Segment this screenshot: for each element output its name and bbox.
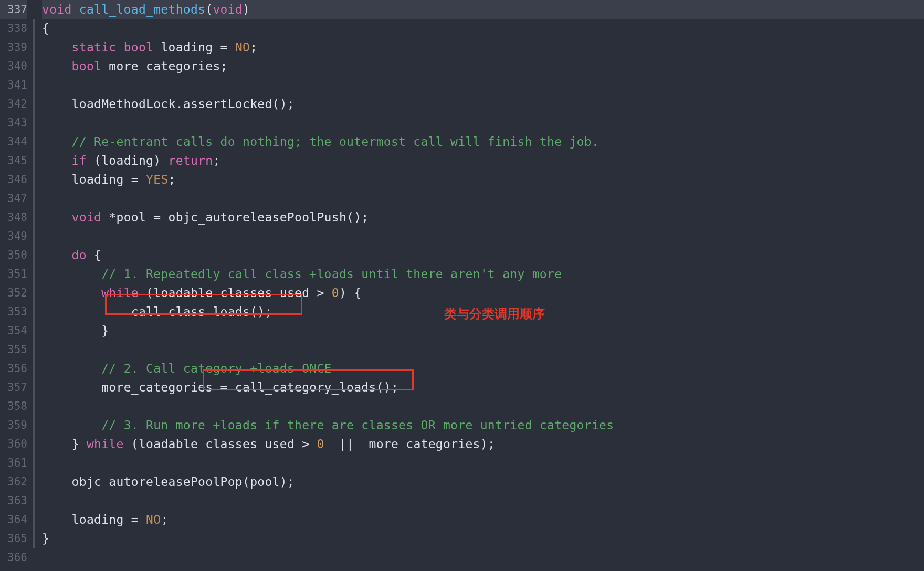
line-number: 343 (0, 113, 27, 132)
code-line[interactable]: loading = YES; (42, 170, 924, 189)
code-line[interactable]: bool more_categories; (42, 57, 924, 76)
line-number: 337 (0, 0, 27, 19)
line-number: 344 (0, 132, 27, 151)
code-line[interactable] (42, 189, 924, 208)
line-number: 345 (0, 151, 27, 170)
code-line[interactable] (42, 227, 924, 246)
code-line[interactable] (42, 397, 924, 416)
code-line[interactable]: // 2. Call category +loads ONCE (42, 359, 924, 378)
constant-token: YES (146, 173, 168, 186)
call-token: call_class_loads(); (131, 305, 272, 319)
keyword-token: void (213, 3, 243, 16)
statement-token: loadMethodLock.assertLocked(); (72, 97, 295, 111)
line-number: 363 (0, 491, 27, 510)
line-number: 364 (0, 510, 27, 529)
code-line[interactable]: objc_autoreleasePoolPop(pool); (42, 472, 924, 491)
code-line[interactable]: do { (42, 246, 924, 265)
code-line[interactable]: loading = NO; (42, 510, 924, 529)
code-editor[interactable]: 3373383393403413423433443453463473483493… (0, 0, 924, 571)
function-name-token: call_load_methods (72, 3, 206, 16)
code-line[interactable]: void *pool = objc_autoreleasePoolPush(); (42, 208, 924, 227)
line-number: 341 (0, 76, 27, 94)
line-number: 360 (0, 435, 27, 453)
keyword-token: while (87, 437, 124, 451)
code-area[interactable]: void call_load_methods(void) { static bo… (32, 0, 924, 571)
punct-token: ( (205, 3, 213, 16)
code-line[interactable]: void call_load_methods(void) (42, 0, 924, 19)
code-line[interactable]: } (42, 529, 924, 548)
code-line[interactable]: // 3. Run more +loads if there are class… (42, 416, 924, 435)
code-line[interactable]: { (42, 19, 924, 38)
line-number: 357 (0, 378, 27, 397)
line-number-gutter: 3373383393403413423433443453463473483493… (0, 0, 32, 571)
code-line[interactable]: loadMethodLock.assertLocked(); (42, 94, 924, 113)
code-line[interactable] (42, 548, 924, 567)
code-line[interactable]: while (loadable_classes_used > 0) { (42, 283, 924, 302)
operator-token: = (220, 40, 228, 54)
keyword-token: bool (72, 59, 102, 73)
comment-token: // Re-entrant calls do nothing; the oute… (72, 135, 599, 149)
brace-token: { (42, 22, 49, 35)
code-line[interactable] (42, 491, 924, 510)
line-number: 348 (0, 208, 27, 227)
line-number: 338 (0, 19, 27, 38)
keyword-token: bool (124, 40, 154, 54)
code-line[interactable]: // Re-entrant calls do nothing; the oute… (42, 132, 924, 151)
line-number: 366 (0, 548, 27, 567)
line-number: 356 (0, 359, 27, 378)
line-number: 349 (0, 227, 27, 246)
line-number: 359 (0, 416, 27, 435)
keyword-token: static (72, 40, 117, 54)
line-number: 361 (0, 453, 27, 472)
constant-token: NO (235, 40, 250, 54)
code-line[interactable]: more_categories = call_category_loads(); (42, 378, 924, 397)
comment-token: // 3. Run more +loads if there are class… (101, 418, 614, 432)
line-number: 353 (0, 302, 27, 321)
code-line[interactable]: static bool loading = NO; (42, 38, 924, 57)
line-number: 342 (0, 94, 27, 113)
keyword-token: do (72, 248, 87, 262)
identifier-token: loading (153, 40, 220, 54)
line-number: 354 (0, 321, 27, 340)
code-line[interactable] (42, 340, 924, 359)
line-number: 365 (0, 529, 27, 548)
identifier-token: more_categories; (101, 59, 228, 73)
code-line[interactable] (42, 113, 924, 132)
code-line[interactable]: } (42, 321, 924, 340)
line-number: 346 (0, 170, 27, 189)
keyword-token: void (42, 3, 72, 16)
line-number: 339 (0, 38, 27, 57)
line-number: 362 (0, 472, 27, 491)
code-line[interactable]: if (loading) return; (42, 151, 924, 170)
code-line[interactable] (42, 76, 924, 94)
keyword-token: return (169, 154, 213, 167)
line-number: 355 (0, 340, 27, 359)
number-token: 0 (332, 286, 339, 300)
comment-token: // 2. Call category +loads ONCE (101, 362, 332, 375)
code-line[interactable]: } while (loadable_classes_used > 0 || mo… (42, 435, 924, 453)
call-token: more_categories = call_category_loads(); (101, 380, 398, 394)
line-number: 340 (0, 57, 27, 76)
keyword-token: while (101, 286, 139, 300)
number-token: 0 (317, 437, 324, 451)
comment-token: // 1. Repeatedly call class +loads until… (101, 267, 562, 281)
keyword-token: if (72, 154, 87, 167)
line-number: 350 (0, 246, 27, 265)
code-line[interactable] (42, 453, 924, 472)
line-number: 351 (0, 265, 27, 283)
line-number: 347 (0, 189, 27, 208)
keyword-token: void (72, 210, 102, 224)
line-number: 352 (0, 283, 27, 302)
annotation-label: 类与分类调用顺序 (444, 305, 545, 322)
code-line[interactable]: // 1. Repeatedly call class +loads until… (42, 265, 924, 283)
line-number: 358 (0, 397, 27, 416)
punct-token: ) (243, 3, 250, 16)
constant-token: NO (146, 513, 161, 526)
